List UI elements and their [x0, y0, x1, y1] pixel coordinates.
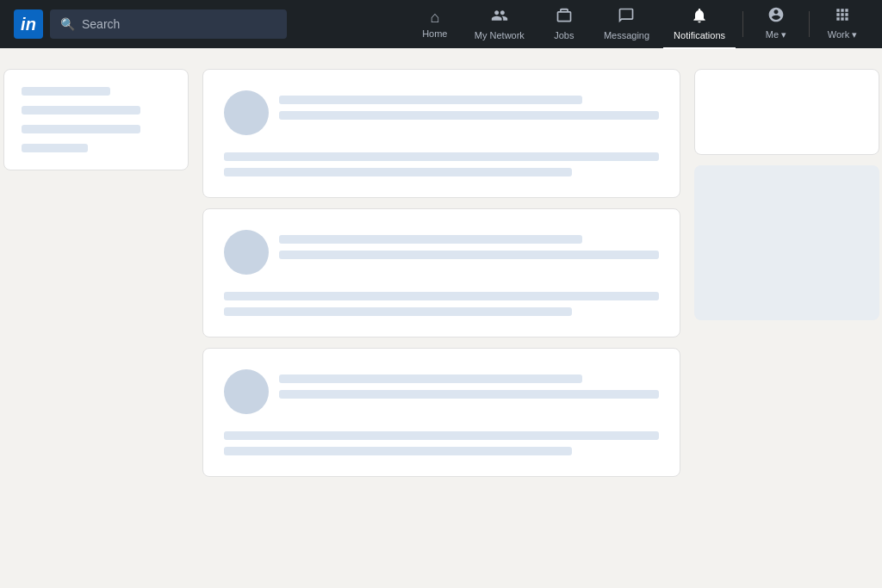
nav-item-home[interactable]: ⌂ Home — [409, 2, 461, 47]
skeleton-body-line-2 — [224, 307, 572, 316]
skeleton-subtitle-line — [279, 390, 659, 399]
skeleton-body-line-1 — [224, 292, 659, 300]
card-body-lines — [224, 431, 659, 455]
nav-item-me[interactable]: Me ▾ — [750, 0, 802, 49]
nav-label-home: Home — [422, 28, 447, 39]
search-placeholder-text: Search — [82, 17, 120, 31]
skeleton-line — [22, 144, 89, 152]
skeleton-name-line — [279, 374, 583, 383]
navbar: in 🔍 Search ⌂ Home My Network Jobs Messa… — [0, 0, 882, 48]
skeleton-body-line-1 — [224, 431, 659, 440]
card-header — [224, 230, 659, 275]
nav-label-jobs: Jobs — [554, 30, 574, 40]
skeleton-name-line — [279, 235, 583, 244]
nav-label-work: Work ▾ — [828, 29, 858, 40]
card-body-lines — [224, 152, 659, 176]
right-card-top — [694, 69, 879, 155]
feed-card — [202, 348, 680, 477]
skeleton-line — [22, 106, 140, 115]
card-header — [224, 90, 659, 135]
nav-item-messaging[interactable]: Messaging — [593, 0, 660, 49]
linkedin-logo[interactable]: in — [14, 9, 43, 39]
nav-item-work[interactable]: Work ▾ — [817, 0, 868, 49]
messaging-icon — [618, 7, 635, 28]
nav-divider — [742, 11, 743, 37]
nav-label-my-network: My Network — [475, 30, 525, 40]
nav-label-notifications: Notifications — [674, 30, 725, 40]
logo-text: in — [21, 15, 36, 34]
feed-card — [202, 69, 680, 198]
notifications-icon — [691, 7, 708, 28]
jobs-icon — [556, 7, 573, 28]
avatar — [224, 369, 269, 414]
my-network-icon — [491, 7, 508, 28]
nav-items: ⌂ Home My Network Jobs Messaging N — [409, 0, 868, 49]
skeleton-line — [22, 125, 140, 133]
card-header-lines — [279, 230, 659, 259]
feed-card — [202, 208, 680, 337]
card-body-lines — [224, 292, 659, 316]
skeleton-name-line — [279, 96, 583, 104]
avatar — [224, 230, 269, 275]
skeleton-body-line-1 — [224, 152, 659, 161]
nav-item-my-network[interactable]: My Network — [464, 0, 535, 49]
skeleton-body-line-2 — [224, 168, 572, 176]
right-sidebar — [694, 69, 879, 477]
feed — [202, 69, 680, 477]
right-card-bottom — [694, 165, 879, 320]
skeleton-subtitle-line — [279, 251, 659, 259]
card-header-lines — [279, 369, 659, 399]
nav-label-me: Me ▾ — [766, 29, 786, 40]
sidebar-card — [3, 69, 189, 170]
skeleton-subtitle-line — [279, 111, 659, 120]
nav-label-messaging: Messaging — [604, 30, 649, 40]
nav-item-notifications[interactable]: Notifications — [663, 0, 736, 49]
skeleton-line — [22, 87, 111, 96]
avatar — [224, 90, 269, 135]
main-content — [0, 48, 882, 498]
left-sidebar — [3, 69, 189, 477]
skeleton-body-line-2 — [224, 447, 572, 455]
nav-item-jobs[interactable]: Jobs — [538, 0, 590, 49]
me-icon — [767, 6, 785, 28]
card-header-lines — [279, 90, 659, 120]
search-icon: 🔍 — [60, 17, 75, 31]
card-header — [224, 369, 659, 414]
home-icon: ⌂ — [430, 9, 439, 27]
nav-divider-2 — [809, 11, 810, 37]
search-bar[interactable]: 🔍 Search — [50, 9, 287, 39]
work-icon — [834, 6, 851, 28]
